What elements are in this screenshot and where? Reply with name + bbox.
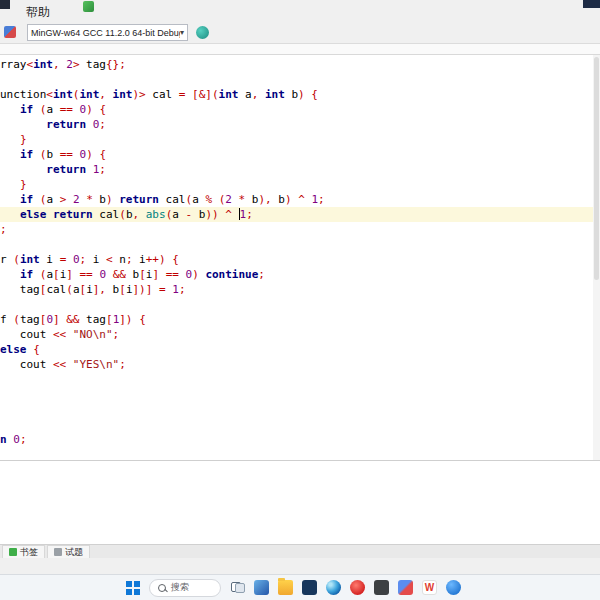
- code-token: ])]: [133, 283, 153, 296]
- code-token: 0: [73, 253, 80, 266]
- editor-tab-strip: [0, 44, 600, 55]
- menu-help[interactable]: 帮助: [26, 4, 50, 21]
- code-token: [0, 178, 20, 191]
- code-token: n: [113, 253, 126, 266]
- code-token: i: [126, 283, 133, 296]
- code-token: int: [33, 58, 53, 71]
- code-line[interactable]: cout << "NO\n";: [0, 327, 593, 342]
- code-token: cal: [159, 193, 186, 206]
- compiler-options-icon[interactable]: [4, 26, 16, 38]
- code-line[interactable]: [0, 72, 593, 87]
- code-token: cal: [146, 88, 179, 101]
- code-token: [: [106, 313, 113, 326]
- code-token: i: [86, 253, 106, 266]
- code-line[interactable]: n 0;: [0, 432, 593, 447]
- code-token: ;: [99, 163, 106, 176]
- code-line[interactable]: }: [0, 132, 593, 147]
- code-token: [: [119, 283, 126, 296]
- bottom-tab[interactable]: 书签: [2, 545, 45, 558]
- code-token: 0: [13, 433, 20, 446]
- code-token: {: [139, 313, 146, 326]
- code-line[interactable]: r (int i = 0; i < n; i++) {: [0, 252, 593, 267]
- wps-icon[interactable]: W: [422, 580, 437, 595]
- code-token: b: [93, 193, 106, 206]
- devcpp-icon[interactable]: [398, 580, 413, 595]
- code-token: ]): [119, 313, 132, 326]
- bottom-tab[interactable]: 试题: [47, 545, 90, 558]
- task-view-icon[interactable]: [230, 580, 245, 595]
- code-line[interactable]: tag[cal(a[i], b[i])] = 1;: [0, 282, 593, 297]
- code-line[interactable]: }: [0, 177, 593, 192]
- code-line[interactable]: cout << "YES\n";: [0, 357, 593, 372]
- code-token: [33, 268, 40, 281]
- code-line[interactable]: [0, 402, 593, 417]
- code-token: ;: [113, 328, 120, 341]
- code-line[interactable]: [0, 372, 593, 387]
- editor-scrollbar[interactable]: [593, 55, 600, 460]
- code-token: tag: [80, 58, 107, 71]
- code-line[interactable]: rray<int, 2> tag{};: [0, 57, 593, 72]
- code-token: ;: [20, 433, 27, 446]
- file-explorer-icon[interactable]: [278, 580, 293, 595]
- blue-app-icon[interactable]: [446, 580, 461, 595]
- code-token: [232, 193, 239, 206]
- code-token: tag: [20, 313, 40, 326]
- music-app-icon[interactable]: [350, 580, 365, 595]
- code-token: b: [272, 193, 285, 206]
- code-area[interactable]: rray<int, 2> tag{};unction<int(int, int)…: [0, 55, 593, 460]
- code-token: 0: [46, 313, 53, 326]
- code-token: [232, 208, 239, 221]
- code-token: [: [53, 268, 60, 281]
- code-line[interactable]: else return cal(b, abs(a - b)) ^ 1;: [0, 207, 593, 222]
- code-token: ;: [179, 283, 186, 296]
- search-icon: [158, 584, 166, 592]
- titlebar-icon[interactable]: [83, 1, 94, 12]
- code-token: [46, 208, 53, 221]
- code-line[interactable]: unction<int(int, int)> cal = [&](int a, …: [0, 87, 593, 102]
- code-token: a: [46, 103, 59, 116]
- start-button[interactable]: [126, 581, 140, 595]
- code-line[interactable]: [0, 297, 593, 312]
- code-token: ;: [258, 268, 265, 281]
- code-token: "YES\n": [73, 358, 119, 371]
- code-token: [106, 268, 113, 281]
- code-token: [33, 148, 40, 161]
- code-line[interactable]: if (a[i] == 0 && b[i] == 0) continue;: [0, 267, 593, 282]
- code-token: ): [86, 103, 93, 116]
- code-token: return: [53, 208, 93, 221]
- code-token: <<: [53, 328, 66, 341]
- dark-app-icon[interactable]: [374, 580, 389, 595]
- code-line[interactable]: return 1;: [0, 162, 593, 177]
- edge-icon[interactable]: [326, 580, 341, 595]
- top-right-mark: [583, 0, 600, 8]
- code-line[interactable]: ;: [0, 222, 593, 237]
- code-line[interactable]: if (a == 0) {: [0, 102, 593, 117]
- toolbar-run-icon[interactable]: [196, 26, 209, 39]
- code-line[interactable]: [0, 237, 593, 252]
- code-token: ),: [258, 193, 271, 206]
- code-line[interactable]: [0, 387, 593, 402]
- code-token: cout: [0, 358, 53, 371]
- code-token: a: [238, 88, 251, 101]
- code-line[interactable]: return 0;: [0, 117, 593, 132]
- code-line[interactable]: if (a > 2 * b) return cal(a % (2 * b), b…: [0, 192, 593, 207]
- code-token: ++): [146, 253, 166, 266]
- screen: 帮助 MinGW-w64 GCC 11.2.0 64-bit Debug ▾ r…: [0, 0, 600, 600]
- photos-icon[interactable]: [254, 580, 269, 595]
- compiler-set-combobox[interactable]: MinGW-w64 GCC 11.2.0 64-bit Debug ▾: [27, 24, 188, 41]
- code-line[interactable]: f (tag[0] && tag[1]) {: [0, 312, 593, 327]
- code-token: =: [159, 283, 166, 296]
- code-line[interactable]: else {: [0, 342, 593, 357]
- bookmark-icon: [9, 548, 17, 556]
- taskbar-search[interactable]: 搜索: [149, 579, 221, 597]
- code-token: b: [46, 148, 59, 161]
- taskbar-center: 搜索 W: [126, 575, 461, 600]
- code-line[interactable]: [0, 417, 593, 432]
- code-token: ): [86, 148, 93, 161]
- code-token: cout: [0, 328, 53, 341]
- code-line[interactable]: if (b == 0) {: [0, 147, 593, 162]
- store-icon[interactable]: [302, 580, 317, 595]
- code-token: [258, 88, 265, 101]
- code-token: ;: [99, 118, 106, 131]
- code-editor[interactable]: rray<int, 2> tag{};unction<int(int, int)…: [0, 55, 600, 460]
